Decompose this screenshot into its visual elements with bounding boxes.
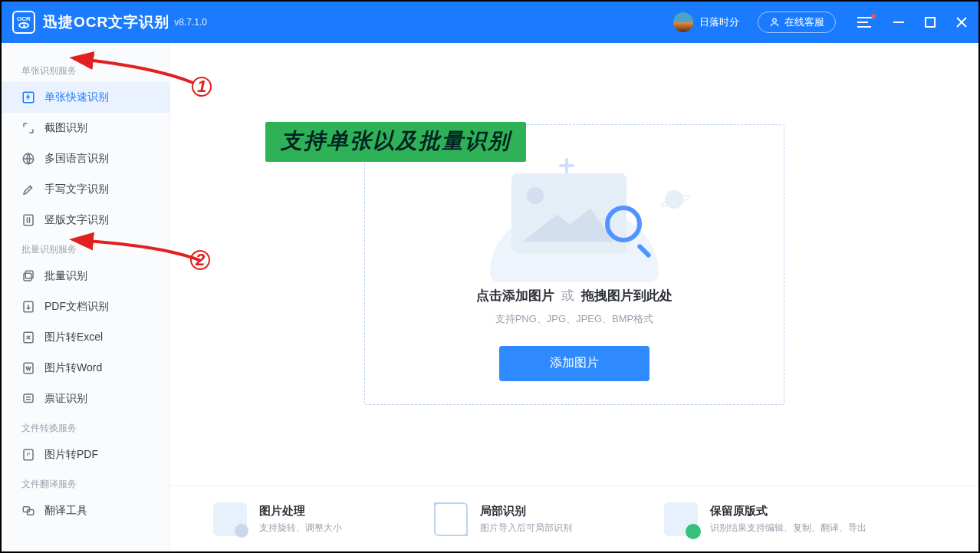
title-bar: OCR 迅捷OCR文字识别 v8.7.1.0 日落时分 在线客服	[2, 2, 978, 43]
dropzone-subtext: 支持PNG、JPG、JPEG、BMP格式	[495, 312, 654, 326]
sidebar-item-screenshot[interactable]: 截图识别	[2, 113, 169, 143]
sidebar-section-translate: 文件翻译服务	[2, 470, 169, 495]
feature-desc: 图片导入后可局部识别	[480, 522, 572, 535]
main-content: 支持单张以及批量识别 点击添加图片 或 拖拽图片到此处 支持PNG、JPG、JP…	[170, 43, 978, 551]
feature-region-ocr-icon	[434, 502, 468, 536]
sidebar-item-label: 单张快速识别	[44, 91, 109, 104]
vertical-text-icon	[21, 213, 35, 227]
feature-footer: 图片处理 支持旋转、调整大小 局部识别 图片导入后可局部识别 保留原版式 识别结…	[170, 486, 978, 551]
sidebar-item-label: 图片转Word	[44, 361, 102, 375]
dropzone-or-label: 或	[561, 288, 574, 303]
feature-keep-layout-icon	[664, 502, 698, 536]
placeholder-illustration-icon	[475, 160, 674, 282]
dropzone-drag-label: 拖拽图片到此处	[581, 288, 673, 303]
sidebar-item-batch[interactable]: 批量识别	[2, 261, 169, 291]
add-image-button[interactable]: 添加图片	[499, 346, 649, 381]
feature-image-process-icon	[213, 502, 247, 536]
feature-title: 图片处理	[259, 504, 342, 518]
sidebar-item-vertical[interactable]: 竖版文字识别	[2, 205, 169, 235]
sidebar-item-label: 翻译工具	[44, 504, 87, 518]
dropzone-click-label: 点击添加图片	[476, 288, 554, 303]
app-title: 迅捷OCR文字识别	[43, 12, 169, 32]
sidebar-item-label: 批量识别	[44, 269, 87, 283]
sidebar-item-handwriting[interactable]: 手写文字识别	[2, 174, 169, 205]
svg-rect-15	[24, 394, 33, 403]
sidebar-item-label: 图片转Excel	[44, 331, 103, 344]
feature-image-process: 图片处理 支持旋转、调整大小	[213, 502, 342, 536]
user-account[interactable]: 日落时分	[673, 12, 739, 32]
svg-rect-7	[24, 215, 33, 225]
feature-title: 保留原版式	[710, 504, 867, 518]
word-icon	[21, 361, 35, 375]
image-pdf-icon: P	[21, 448, 35, 462]
batch-icon	[21, 269, 35, 283]
sidebar-section-single: 单张识别服务	[2, 57, 169, 82]
minimize-button[interactable]	[893, 16, 905, 28]
svg-rect-2	[926, 18, 935, 27]
sidebar-item-label: 截图识别	[44, 121, 87, 135]
sidebar-item-label: 竖版文字识别	[44, 213, 109, 227]
sidebar-section-batch: 批量识别服务	[2, 235, 169, 261]
sidebar-item-label: 多国语言识别	[44, 152, 109, 166]
sidebar-item-excel[interactable]: 图片转Excel	[2, 322, 169, 353]
annotation-banner: 支持单张以及批量识别	[265, 122, 526, 162]
feature-desc: 支持旋转、调整大小	[259, 522, 342, 535]
menu-button[interactable]	[857, 17, 873, 28]
sidebar-item-image-pdf[interactable]: P 图片转PDF	[2, 439, 169, 470]
sidebar: 单张识别服务 单张快速识别 截图识别 多国语言识别 手写文字识别 竖版文字识别 …	[2, 43, 170, 551]
user-name: 日落时分	[699, 15, 739, 29]
notification-dot-icon	[871, 14, 876, 18]
feature-region-ocr: 局部识别 图片导入后可局部识别	[434, 502, 572, 536]
single-fast-icon	[21, 91, 35, 104]
svg-rect-10	[25, 271, 33, 278]
app-version: v8.7.1.0	[174, 17, 207, 28]
sidebar-item-word[interactable]: 图片转Word	[2, 353, 169, 383]
sidebar-item-label: 票证识别	[44, 392, 87, 406]
app-logo-icon: OCR	[12, 11, 35, 34]
excel-icon	[21, 331, 35, 344]
sidebar-item-translate[interactable]: 翻译工具	[2, 495, 169, 526]
customer-service-button[interactable]: 在线客服	[758, 12, 836, 33]
headset-icon	[769, 17, 780, 28]
sidebar-item-pdf[interactable]: PDF文档识别	[2, 291, 169, 322]
pdf-icon	[21, 300, 35, 314]
sidebar-item-label: 图片转PDF	[44, 448, 98, 462]
sidebar-item-receipt[interactable]: 票证识别	[2, 383, 169, 414]
receipt-icon	[21, 392, 35, 406]
sidebar-item-single-fast[interactable]: 单张快速识别	[2, 82, 169, 113]
dropzone[interactable]: 支持单张以及批量识别 点击添加图片 或 拖拽图片到此处 支持PNG、JPG、JP…	[364, 124, 784, 405]
feature-desc: 识别结果支持编辑、复制、翻译、导出	[710, 522, 867, 535]
feature-title: 局部识别	[480, 504, 572, 518]
svg-text:P: P	[27, 452, 31, 457]
sidebar-item-label: PDF文档识别	[44, 300, 109, 314]
sidebar-item-multilang[interactable]: 多国语言识别	[2, 143, 169, 174]
svg-point-0	[773, 18, 777, 22]
handwriting-icon	[21, 183, 35, 196]
sidebar-section-convert: 文件转换服务	[2, 414, 169, 439]
dropzone-text: 点击添加图片 或 拖拽图片到此处	[476, 287, 672, 304]
close-button[interactable]	[955, 16, 968, 28]
avatar	[673, 12, 693, 32]
maximize-button[interactable]	[925, 17, 936, 28]
svg-rect-11	[24, 273, 31, 281]
sidebar-item-label: 手写文字识别	[44, 183, 109, 196]
translate-icon	[21, 504, 35, 518]
feature-keep-layout: 保留原版式 识别结果支持编辑、复制、翻译、导出	[664, 502, 867, 536]
screenshot-icon	[21, 121, 35, 135]
globe-icon	[21, 152, 35, 166]
customer-service-label: 在线客服	[784, 15, 824, 29]
